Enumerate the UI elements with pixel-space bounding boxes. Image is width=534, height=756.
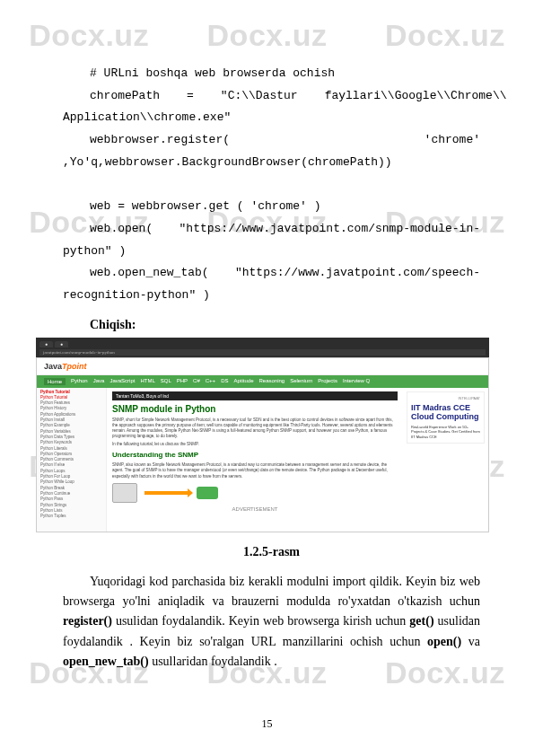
ad-heading: IIT Madras CCE Cloud Computing — [411, 403, 480, 423]
right-column: INTELLIPAAT IIT Madras CCE Cloud Computi… — [403, 388, 488, 532]
nav-item: Home — [44, 378, 66, 385]
output-heading: Chiqish: — [90, 318, 480, 332]
code-line: web = webbrowser.get ( 'chrome' ) — [63, 196, 480, 218]
body-paragraph: Yuqoridagi kod parchasida biz kerakli mo… — [63, 572, 480, 672]
nav-item: Projects — [318, 378, 337, 385]
computer-icon — [112, 483, 137, 503]
nav-item: C++ — [206, 378, 215, 385]
nav-item: Aptitude — [233, 378, 253, 385]
code-line: webbrowser.register( 'chrome' ,Yo'q,webb… — [63, 129, 480, 173]
nav-item: Reasoning — [259, 378, 285, 385]
code-line: web.open( "https://www.javatpoint.com/sn… — [63, 218, 480, 262]
code-line: web.open_new_tab( "https://www.javatpoin… — [63, 262, 480, 306]
nav-item: SQL — [161, 378, 171, 385]
nav-item: JavaScript — [109, 378, 135, 385]
site-nav: Home Python Java JavaScript HTML SQL PHP… — [37, 375, 488, 388]
article-paragraph: SNMP, also known as Simple Network Manag… — [112, 462, 398, 479]
ad-subtext: Real-world Experience Work on 50+ Projec… — [411, 425, 480, 439]
page-number: 15 — [0, 717, 534, 731]
nav-item: Java — [93, 378, 105, 385]
sidebar: Python Tutorial Python Tutorial Python F… — [37, 388, 107, 532]
ad-brand: INTELLIPAAT — [411, 396, 480, 400]
sidebar-item: Python Tuples — [40, 514, 102, 519]
nav-item: Selenium — [290, 378, 312, 385]
code-comment: # URLni boshqa web browserda ochish — [63, 63, 480, 85]
figure-caption: 1.2.5-rasm — [63, 545, 480, 559]
article-paragraph: SNMP, short for Simple Network Managemen… — [112, 418, 398, 440]
address-bar: javatpoint.com/snmp-module-in-python — [39, 349, 486, 356]
nav-item: C# — [193, 378, 200, 385]
browser-tab: ● — [55, 341, 68, 347]
embedded-screenshot: ● ● javatpoint.com/snmp-module-in-python… — [36, 338, 489, 532]
site-logo: JavaTpoint — [44, 362, 87, 371]
top-ad: Tantan ToMo3, Boys of Ind — [112, 391, 398, 400]
code-blank — [63, 173, 480, 196]
nav-item: HTML — [140, 378, 154, 385]
nav-item: Python — [71, 378, 88, 385]
article-h2: Understanding the SNMP — [112, 451, 398, 459]
side-ad: INTELLIPAAT IIT Madras CCE Cloud Computi… — [407, 391, 485, 444]
code-line: Application\\chrome.exe" — [63, 107, 480, 129]
browser-chrome: ● ● javatpoint.com/snmp-module-in-python — [36, 338, 489, 357]
webpage-body: JavaTpoint Home Python Java JavaScript H… — [36, 357, 489, 532]
code-line: chromePath = "C:\\Dastur fayllari\\Googl… — [63, 85, 480, 108]
browser-tab: ● — [39, 341, 53, 347]
snmp-diagram — [112, 483, 398, 503]
article-h1: SNMP module in Python — [112, 404, 398, 414]
arrow-icon — [144, 491, 189, 495]
article-note: In the following tutorial, let us discus… — [112, 442, 398, 447]
article-content: Tantan ToMo3, Boys of Ind SNMP module in… — [107, 388, 403, 532]
device-icon — [197, 487, 218, 499]
site-header: JavaTpoint — [37, 358, 488, 375]
ad-label: ADVERTISEMENT — [112, 506, 398, 512]
page-content: # URLni boshqa web browserda ochish chro… — [0, 0, 534, 672]
nav-item: DS — [221, 378, 228, 385]
nav-item: Interview Q — [343, 378, 370, 385]
nav-item: PHP — [177, 378, 188, 385]
